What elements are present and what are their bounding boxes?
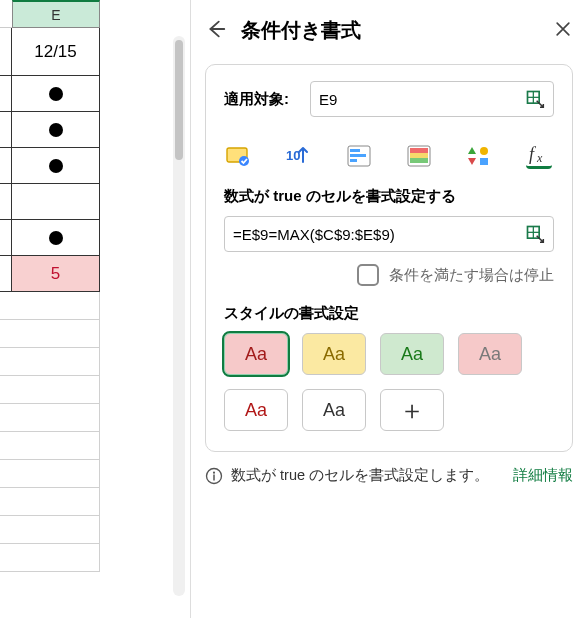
- top-bottom-icon[interactable]: 10: [286, 143, 312, 169]
- info-text: 数式が true のセルを書式設定します。: [231, 466, 505, 485]
- rule-type-row: 10 fx: [226, 143, 554, 169]
- panel-title: 条件付き書式: [241, 17, 539, 44]
- info-link[interactable]: 詳細情報: [513, 466, 573, 485]
- svg-text:x: x: [536, 151, 543, 165]
- close-button[interactable]: [553, 19, 573, 42]
- column-header-e[interactable]: E: [12, 0, 100, 28]
- style-swatch-1[interactable]: Aa: [224, 333, 288, 375]
- scrollbar-thumb[interactable]: [175, 40, 183, 160]
- sheet-area: E 12/15 5: [0, 0, 168, 618]
- cell-dot[interactable]: [12, 112, 100, 148]
- svg-rect-18: [480, 158, 488, 165]
- highlight-cells-icon[interactable]: [226, 143, 252, 169]
- back-button[interactable]: [205, 18, 227, 43]
- range-picker-icon[interactable]: [525, 224, 545, 244]
- applies-to-value: E9: [319, 91, 525, 108]
- cell-dot[interactable]: [12, 148, 100, 184]
- formula-section-title: 数式が true のセルを書式設定する: [224, 187, 554, 206]
- style-swatch-custom[interactable]: ＋: [380, 389, 444, 431]
- data-bars-icon[interactable]: [346, 143, 372, 169]
- cell-date[interactable]: 12/15: [12, 28, 100, 76]
- applies-to-label: 適用対象:: [224, 90, 298, 109]
- style-section-title: スタイルの書式設定: [224, 304, 554, 323]
- svg-point-5: [239, 156, 249, 166]
- style-swatch-3[interactable]: Aa: [380, 333, 444, 375]
- cell-dot[interactable]: [12, 220, 100, 256]
- range-picker-icon[interactable]: [525, 89, 545, 109]
- svg-marker-17: [468, 158, 476, 165]
- svg-rect-14: [410, 158, 428, 163]
- dot-icon: [49, 159, 63, 173]
- cell-dot[interactable]: [12, 76, 100, 112]
- svg-rect-13: [410, 153, 428, 158]
- svg-marker-15: [468, 147, 476, 154]
- svg-rect-10: [350, 159, 357, 162]
- applies-to-input[interactable]: E9: [310, 81, 554, 117]
- dot-icon: [49, 123, 63, 137]
- formula-icon[interactable]: fx: [526, 143, 552, 169]
- style-swatch-6[interactable]: Aa: [302, 389, 366, 431]
- stop-if-true-checkbox[interactable]: [357, 264, 379, 286]
- panel-card: 適用対象: E9 10: [205, 64, 573, 452]
- svg-point-16: [480, 147, 488, 155]
- formula-input[interactable]: =E$9=MAX($C$9:$E$9): [224, 216, 554, 252]
- sheet-rows: 12/15 5: [0, 28, 168, 292]
- svg-text:f: f: [529, 144, 537, 164]
- style-swatch-2[interactable]: Aa: [302, 333, 366, 375]
- svg-rect-9: [350, 154, 366, 157]
- color-scales-icon[interactable]: [406, 143, 432, 169]
- vertical-scrollbar[interactable]: [168, 0, 190, 618]
- style-swatch-4[interactable]: Aa: [458, 333, 522, 375]
- formula-value: =E$9=MAX($C$9:$E$9): [233, 226, 525, 243]
- dot-icon: [49, 231, 63, 245]
- stop-if-true-label: 条件を満たす場合は停止: [389, 266, 554, 285]
- svg-rect-26: [213, 474, 215, 480]
- svg-point-25: [213, 471, 215, 473]
- icon-sets-icon[interactable]: [466, 143, 492, 169]
- dot-icon: [49, 87, 63, 101]
- style-swatch-5[interactable]: Aa: [224, 389, 288, 431]
- svg-rect-8: [350, 149, 360, 152]
- info-icon: [205, 467, 223, 485]
- cell-highlighted[interactable]: 5: [12, 256, 100, 292]
- style-swatches: Aa Aa Aa Aa Aa Aa ＋: [224, 333, 554, 431]
- conditional-formatting-panel: 条件付き書式 適用対象: E9 10: [190, 0, 587, 618]
- cell-blank[interactable]: [12, 184, 100, 220]
- column-header-row: E: [0, 0, 168, 28]
- svg-text:10: 10: [286, 148, 300, 163]
- svg-rect-12: [410, 148, 428, 153]
